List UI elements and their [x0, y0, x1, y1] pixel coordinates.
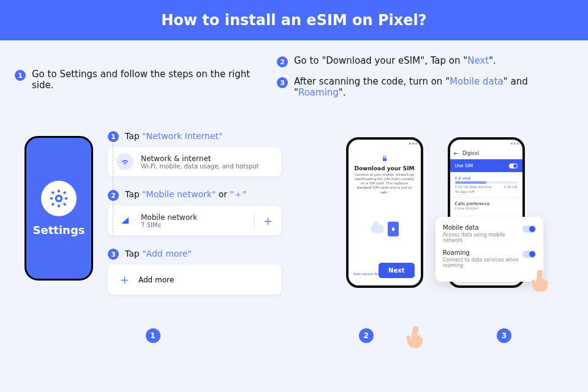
- intro-row: 1 Go to Settings and follow the steps on…: [0, 69, 588, 98]
- download-sim-title: Download your SIM: [349, 165, 421, 172]
- intro-step-1-text: Go to Settings and follow the steps on t…: [32, 69, 266, 91]
- keyword-plus: "＋": [230, 189, 247, 199]
- step-number-3: 3: [277, 77, 288, 88]
- card-badge-1: 1: [146, 328, 160, 343]
- add-sim-plus-icon[interactable]: +: [254, 213, 273, 228]
- keyword-next: Next: [467, 55, 489, 66]
- mobile-data-label: Mobile data: [443, 224, 522, 231]
- svg-point-0: [56, 195, 61, 201]
- step-3-bubble: 3: [108, 249, 119, 260]
- intro-step-3-text: After scanning the code, turn on "Mobile…: [294, 76, 573, 98]
- step-3: 3 Tap "Add more" + Add more: [108, 247, 281, 295]
- row-subtitle: China Unicom: [455, 206, 518, 210]
- row-subtitle: 7 SIMs: [141, 222, 197, 228]
- keyword-roaming: Roaming: [298, 87, 339, 98]
- phone-mock-download: Download your SIM Connect to your mobile…: [346, 137, 423, 342]
- roaming-label: Roaming: [443, 249, 522, 256]
- pointing-hand-icon: [530, 267, 553, 293]
- usage-left-label: 2.00 GB data warning: [455, 185, 492, 189]
- carrier-header: ← Digicel: [450, 147, 522, 159]
- step-2-bubble: 2: [108, 190, 119, 201]
- download-sim-subtitle: Connect to your mobile network by downlo…: [349, 172, 421, 196]
- usage-right-label: 2.00 GB: [503, 185, 517, 189]
- row-subtitle: Wi-Fi, mobile, data usage, and hotspot: [141, 163, 259, 170]
- row-mobile-network[interactable]: Mobile network 7 SIMs +: [108, 206, 281, 235]
- intro-right-column: 2 Go to "Download your eSIM", Tap on "Ne…: [277, 55, 573, 98]
- roaming-sub: Connect to data services when roaming: [443, 257, 522, 268]
- lock-icon: [380, 154, 389, 163]
- step-number-1: 1: [15, 70, 26, 81]
- roaming-toggle-row[interactable]: Roaming Connect to data services when ro…: [443, 249, 536, 268]
- back-icon[interactable]: ←: [454, 150, 459, 157]
- next-button[interactable]: Next: [379, 263, 414, 278]
- card-right: Download your SIM Connect to your mobile…: [297, 115, 573, 352]
- status-bar: [450, 140, 522, 147]
- cloud-icon: [371, 225, 384, 233]
- toggles-popup: Mobile data Access data using mobile net…: [435, 217, 543, 282]
- row-title: Network & internet: [141, 154, 259, 163]
- sim-doc-icon: [388, 222, 399, 236]
- use-sim-row[interactable]: Use SIM: [450, 159, 522, 172]
- use-sim-toggle[interactable]: [509, 164, 518, 168]
- mobile-data-switch[interactable]: [522, 225, 536, 233]
- row-title: Calls preference: [455, 202, 518, 206]
- data-usage-section: 0 B used 2.00 GB data warning2.00 GB 30 …: [450, 172, 522, 197]
- step-2: 2 Tap "Mobile network" or "＋" Mobile net…: [108, 189, 281, 235]
- signal-icon: [116, 212, 134, 229]
- right-card-badges: 2 3: [297, 328, 573, 343]
- step-1: 1 Tap "Network Internet" Network & inter…: [108, 130, 281, 176]
- mobile-data-sub: Access data using mobile network: [443, 232, 522, 243]
- step-number-2: 2: [277, 56, 288, 67]
- keyword-mobile-data: Mobile data: [450, 76, 503, 87]
- intro-step-2-text: Go to "Download your eSIM", Tap on "Next…: [294, 55, 496, 66]
- intro-step-3: 3 After scanning the code, turn on "Mobi…: [277, 76, 573, 98]
- row-network-internet[interactable]: Network & internet Wi-Fi, mobile, data u…: [108, 147, 281, 176]
- status-bar: [349, 140, 421, 147]
- days-left: 30 days left: [455, 190, 518, 194]
- steps-list: 1 Tap "Network Internet" Network & inter…: [108, 130, 281, 295]
- mobile-data-toggle-row[interactable]: Mobile data Access data using mobile net…: [443, 224, 536, 243]
- keyword-add-more: "Add more": [142, 249, 192, 258]
- usage-bar: [455, 181, 518, 184]
- phone-mock-settings: Settings: [24, 136, 93, 281]
- download-illustration: [349, 205, 421, 254]
- gear-icon: [41, 181, 77, 216]
- step-1-bubble: 1: [108, 131, 119, 142]
- step-3-label: Tap "Add more": [125, 249, 192, 258]
- card-badge-2: 2: [359, 328, 374, 343]
- use-sim-label: Use SIM: [455, 163, 473, 168]
- row-title: Mobile network: [141, 213, 197, 222]
- page-title: How to install an eSIM on Pixel?: [161, 12, 427, 29]
- usage-title: 0 B used: [455, 176, 518, 180]
- phone-caption: Settings: [33, 224, 85, 236]
- row-title: Add more: [138, 276, 174, 284]
- calls-preference-row[interactable]: Calls preference China Unicom: [450, 197, 522, 214]
- card-badge-3: 3: [497, 328, 511, 343]
- cards-row: Settings 1 Tap "Network Internet" Networ…: [0, 115, 588, 352]
- wifi-icon: [116, 153, 134, 170]
- roaming-switch[interactable]: [522, 251, 536, 258]
- step-2-label: Tap "Mobile network" or "＋": [125, 189, 246, 200]
- intro-step-1: 1 Go to Settings and follow the steps on…: [15, 69, 266, 91]
- carrier-name: Digicel: [462, 151, 479, 156]
- page-header: How to install an eSIM on Pixel?: [0, 0, 588, 40]
- plus-icon: +: [120, 273, 129, 286]
- keyword-mobile-network: "Mobile network": [142, 189, 216, 199]
- step-1-label: Tap "Network Internet": [125, 131, 223, 141]
- keyword-network-internet: "Network Internet": [142, 131, 222, 141]
- intro-step-2: 2 Go to "Download your eSIM", Tap on "Ne…: [277, 55, 573, 67]
- card-left: Settings 1 Tap "Network Internet" Networ…: [15, 115, 291, 352]
- row-add-more[interactable]: + Add more: [108, 265, 281, 295]
